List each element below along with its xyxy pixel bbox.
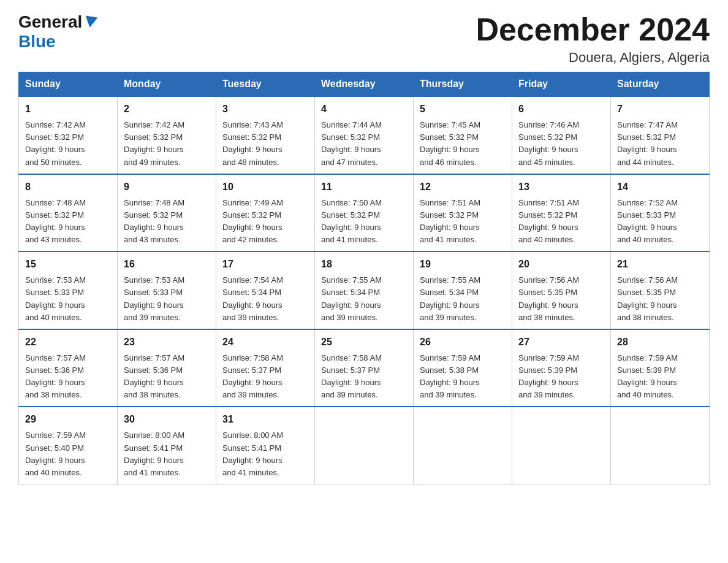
- day-number: 21: [617, 257, 703, 272]
- calendar-cell: 26Sunrise: 7:59 AMSunset: 5:38 PMDayligh…: [414, 329, 512, 407]
- calendar-table: SundayMondayTuesdayWednesdayThursdayFrid…: [18, 72, 710, 484]
- calendar-cell: 11Sunrise: 7:50 AMSunset: 5:32 PMDayligh…: [315, 174, 414, 252]
- day-info: Sunrise: 7:46 AMSunset: 5:32 PMDaylight:…: [518, 119, 604, 169]
- day-info: Sunrise: 7:59 AMSunset: 5:39 PMDaylight:…: [518, 352, 604, 402]
- calendar-cell: 23Sunrise: 7:57 AMSunset: 5:36 PMDayligh…: [118, 329, 216, 407]
- day-info: Sunrise: 7:58 AMSunset: 5:37 PMDaylight:…: [321, 352, 407, 402]
- calendar-week-row: 1Sunrise: 7:42 AMSunset: 5:32 PMDaylight…: [19, 96, 710, 174]
- day-number: 26: [420, 335, 506, 350]
- calendar-cell: 10Sunrise: 7:49 AMSunset: 5:32 PMDayligh…: [216, 174, 315, 252]
- logo-blue-text: Blue: [18, 32, 56, 52]
- day-info: Sunrise: 7:57 AMSunset: 5:36 PMDaylight:…: [124, 352, 210, 402]
- day-number: 3: [222, 102, 308, 117]
- day-number: 8: [25, 180, 111, 194]
- day-info: Sunrise: 7:53 AMSunset: 5:33 PMDaylight:…: [25, 274, 111, 324]
- calendar-cell: 25Sunrise: 7:58 AMSunset: 5:37 PMDayligh…: [315, 329, 414, 407]
- day-info: Sunrise: 7:59 AMSunset: 5:40 PMDaylight:…: [25, 429, 111, 479]
- calendar-cell: 17Sunrise: 7:54 AMSunset: 5:34 PMDayligh…: [216, 251, 315, 329]
- day-info: Sunrise: 7:44 AMSunset: 5:32 PMDaylight:…: [321, 119, 407, 169]
- day-number: 25: [321, 335, 407, 350]
- day-number: 9: [124, 180, 210, 194]
- column-header-sunday: Sunday: [19, 72, 118, 97]
- calendar-cell: 2Sunrise: 7:42 AMSunset: 5:32 PMDaylight…: [118, 96, 216, 174]
- day-number: 11: [321, 180, 407, 194]
- day-number: 19: [420, 257, 506, 272]
- day-info: Sunrise: 7:58 AMSunset: 5:37 PMDaylight:…: [222, 352, 308, 402]
- calendar-cell: 14Sunrise: 7:52 AMSunset: 5:33 PMDayligh…: [611, 174, 710, 252]
- calendar-cell: 7Sunrise: 7:47 AMSunset: 5:32 PMDaylight…: [611, 96, 710, 174]
- day-number: 12: [420, 180, 506, 194]
- column-header-friday: Friday: [512, 72, 611, 97]
- calendar-cell: [611, 407, 710, 484]
- calendar-week-row: 22Sunrise: 7:57 AMSunset: 5:36 PMDayligh…: [19, 329, 710, 407]
- title-block: December 2024 Douera, Algiers, Algeria: [476, 12, 710, 66]
- day-number: 31: [222, 412, 308, 427]
- day-info: Sunrise: 7:52 AMSunset: 5:33 PMDaylight:…: [617, 197, 703, 247]
- column-header-monday: Monday: [118, 72, 216, 97]
- calendar-cell: 19Sunrise: 7:55 AMSunset: 5:34 PMDayligh…: [414, 251, 512, 329]
- day-info: Sunrise: 7:42 AMSunset: 5:32 PMDaylight:…: [25, 119, 111, 169]
- day-number: 5: [420, 102, 506, 117]
- day-number: 14: [617, 180, 703, 194]
- day-info: Sunrise: 7:49 AMSunset: 5:32 PMDaylight:…: [222, 197, 308, 247]
- calendar-cell: 18Sunrise: 7:55 AMSunset: 5:34 PMDayligh…: [315, 251, 414, 329]
- calendar-cell: 15Sunrise: 7:53 AMSunset: 5:33 PMDayligh…: [19, 251, 118, 329]
- day-number: 24: [222, 335, 308, 350]
- calendar-cell: [315, 407, 414, 484]
- day-number: 30: [124, 412, 210, 427]
- calendar-cell: 3Sunrise: 7:43 AMSunset: 5:32 PMDaylight…: [216, 96, 315, 174]
- column-header-tuesday: Tuesday: [216, 72, 315, 97]
- day-number: 2: [124, 102, 210, 117]
- day-info: Sunrise: 7:56 AMSunset: 5:35 PMDaylight:…: [617, 274, 703, 324]
- calendar-cell: 27Sunrise: 7:59 AMSunset: 5:39 PMDayligh…: [512, 329, 611, 407]
- day-info: Sunrise: 8:00 AMSunset: 5:41 PMDaylight:…: [222, 429, 308, 479]
- day-info: Sunrise: 7:43 AMSunset: 5:32 PMDaylight:…: [222, 119, 308, 169]
- day-number: 13: [518, 180, 604, 194]
- calendar-cell: 30Sunrise: 8:00 AMSunset: 5:41 PMDayligh…: [118, 407, 216, 484]
- calendar-cell: 1Sunrise: 7:42 AMSunset: 5:32 PMDaylight…: [19, 96, 118, 174]
- day-info: Sunrise: 7:50 AMSunset: 5:32 PMDaylight:…: [321, 197, 407, 247]
- calendar-cell: 6Sunrise: 7:46 AMSunset: 5:32 PMDaylight…: [512, 96, 611, 174]
- day-number: 22: [25, 335, 111, 350]
- column-header-wednesday: Wednesday: [315, 72, 414, 97]
- day-info: Sunrise: 7:55 AMSunset: 5:34 PMDaylight:…: [420, 274, 506, 324]
- day-info: Sunrise: 7:56 AMSunset: 5:35 PMDaylight:…: [518, 274, 604, 324]
- calendar-cell: 29Sunrise: 7:59 AMSunset: 5:40 PMDayligh…: [19, 407, 118, 484]
- day-info: Sunrise: 7:47 AMSunset: 5:32 PMDaylight:…: [617, 119, 703, 169]
- calendar-cell: [414, 407, 512, 484]
- calendar-cell: 31Sunrise: 8:00 AMSunset: 5:41 PMDayligh…: [216, 407, 315, 484]
- day-info: Sunrise: 7:59 AMSunset: 5:39 PMDaylight:…: [617, 352, 703, 402]
- day-info: Sunrise: 7:51 AMSunset: 5:32 PMDaylight:…: [518, 197, 604, 247]
- day-info: Sunrise: 7:53 AMSunset: 5:33 PMDaylight:…: [124, 274, 210, 324]
- day-number: 29: [25, 412, 111, 427]
- day-number: 6: [518, 102, 604, 117]
- day-info: Sunrise: 7:45 AMSunset: 5:32 PMDaylight:…: [420, 119, 506, 169]
- calendar-cell: 28Sunrise: 7:59 AMSunset: 5:39 PMDayligh…: [611, 329, 710, 407]
- calendar-cell: 9Sunrise: 7:48 AMSunset: 5:32 PMDaylight…: [118, 174, 216, 252]
- day-info: Sunrise: 7:55 AMSunset: 5:34 PMDaylight:…: [321, 274, 407, 324]
- day-number: 18: [321, 257, 407, 272]
- calendar-week-row: 8Sunrise: 7:48 AMSunset: 5:32 PMDaylight…: [19, 174, 710, 252]
- day-info: Sunrise: 7:57 AMSunset: 5:36 PMDaylight:…: [25, 352, 111, 402]
- day-number: 1: [25, 102, 111, 117]
- day-number: 27: [518, 335, 604, 350]
- logo-top: General: [18, 12, 98, 32]
- calendar-cell: 12Sunrise: 7:51 AMSunset: 5:32 PMDayligh…: [414, 174, 512, 252]
- calendar-cell: 16Sunrise: 7:53 AMSunset: 5:33 PMDayligh…: [118, 251, 216, 329]
- day-info: Sunrise: 7:59 AMSunset: 5:38 PMDaylight:…: [420, 352, 506, 402]
- calendar-cell: [512, 407, 611, 484]
- calendar-cell: 13Sunrise: 7:51 AMSunset: 5:32 PMDayligh…: [512, 174, 611, 252]
- calendar-cell: 20Sunrise: 7:56 AMSunset: 5:35 PMDayligh…: [512, 251, 611, 329]
- day-info: Sunrise: 7:48 AMSunset: 5:32 PMDaylight:…: [124, 197, 210, 247]
- day-info: Sunrise: 7:42 AMSunset: 5:32 PMDaylight:…: [124, 119, 210, 169]
- day-info: Sunrise: 7:54 AMSunset: 5:34 PMDaylight:…: [222, 274, 308, 324]
- day-number: 28: [617, 335, 703, 350]
- column-header-thursday: Thursday: [414, 72, 512, 97]
- day-info: Sunrise: 8:00 AMSunset: 5:41 PMDaylight:…: [124, 429, 210, 479]
- day-info: Sunrise: 7:51 AMSunset: 5:32 PMDaylight:…: [420, 197, 506, 247]
- calendar-cell: 24Sunrise: 7:58 AMSunset: 5:37 PMDayligh…: [216, 329, 315, 407]
- page-header: General Blue December 2024 Douera, Algie…: [18, 12, 710, 66]
- logo: General Blue: [18, 12, 98, 52]
- column-header-saturday: Saturday: [611, 72, 710, 97]
- calendar-cell: 4Sunrise: 7:44 AMSunset: 5:32 PMDaylight…: [315, 96, 414, 174]
